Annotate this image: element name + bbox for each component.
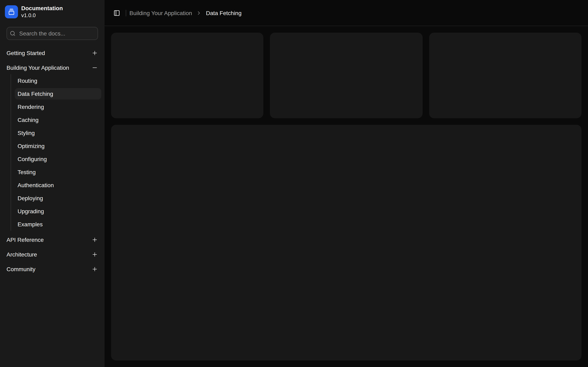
sidebar-item-rendering[interactable]: Rendering <box>15 101 101 113</box>
sidebar-item-examples[interactable]: Examples <box>15 218 101 230</box>
search-icon <box>10 31 16 36</box>
section-label: API Reference <box>7 236 44 243</box>
gallery-vertical-end-icon <box>5 5 18 18</box>
sidebar-item-upgrading[interactable]: Upgrading <box>15 206 101 217</box>
plus-icon <box>91 251 98 258</box>
sidebar-item-optimizing[interactable]: Optimizing <box>15 140 101 152</box>
search-input[interactable] <box>7 27 98 40</box>
sidebar-item-testing[interactable]: Testing <box>15 166 101 178</box>
placeholder-panel <box>111 125 581 360</box>
main-area: Building Your Application Data Fetching <box>104 0 588 367</box>
plus-icon <box>91 236 98 243</box>
sidebar-item-authentication[interactable]: Authentication <box>15 179 101 191</box>
sidebar-item-deploying[interactable]: Deploying <box>15 192 101 204</box>
sidebar-item-data-fetching[interactable]: Data Fetching <box>15 88 101 100</box>
sidebar-section-api-reference[interactable]: API Reference <box>3 233 101 246</box>
sidebar-item-configuring[interactable]: Configuring <box>15 153 101 165</box>
page-content <box>104 26 588 367</box>
sidebar-nav: Getting Started Building Your Applicatio… <box>3 47 101 277</box>
sidebar-toggle-button[interactable] <box>111 7 122 18</box>
search-form <box>7 27 98 40</box>
sidebar-section-community[interactable]: Community <box>3 263 101 276</box>
main-header: Building Your Application Data Fetching <box>104 0 588 26</box>
app-layout: Documentation v1.0.0 Getting Started <box>0 0 588 367</box>
sidebar-submenu-building-your-application: Routing Data Fetching Rendering Caching … <box>11 74 101 231</box>
breadcrumb: Building Your Application Data Fetching <box>130 9 242 16</box>
sidebar-section-getting-started[interactable]: Getting Started <box>3 47 101 59</box>
placeholder-card <box>111 33 264 118</box>
section-label: Community <box>7 266 35 272</box>
sidebar-item-routing[interactable]: Routing <box>15 75 101 86</box>
sidebar: Documentation v1.0.0 Getting Started <box>0 0 104 367</box>
sidebar-title-block: Documentation v1.0.0 <box>21 5 63 19</box>
placeholder-card <box>270 33 423 118</box>
plus-icon <box>91 266 98 272</box>
panel-left-icon <box>113 9 120 16</box>
sidebar-header-button[interactable]: Documentation v1.0.0 <box>3 3 101 20</box>
app-root: Documentation v1.0.0 Getting Started <box>0 0 588 367</box>
section-label: Building Your Application <box>7 64 69 71</box>
app-title: Documentation <box>21 5 63 12</box>
section-label: Architecture <box>7 251 37 258</box>
section-label: Getting Started <box>7 50 45 56</box>
app-version: v1.0.0 <box>21 12 63 19</box>
sidebar-item-styling[interactable]: Styling <box>15 127 101 139</box>
plus-icon <box>91 50 98 56</box>
sidebar-section-building-your-application[interactable]: Building Your Application <box>3 61 101 74</box>
header-separator <box>126 9 126 16</box>
placeholder-cards-row <box>111 33 581 118</box>
chevron-right-icon <box>196 10 202 16</box>
breadcrumb-parent-link[interactable]: Building Your Application <box>130 9 192 16</box>
sidebar-item-caching[interactable]: Caching <box>15 114 101 125</box>
sidebar-section-architecture[interactable]: Architecture <box>3 248 101 261</box>
placeholder-card <box>429 33 581 118</box>
breadcrumb-current-page: Data Fetching <box>206 9 242 16</box>
minus-icon <box>91 64 98 71</box>
